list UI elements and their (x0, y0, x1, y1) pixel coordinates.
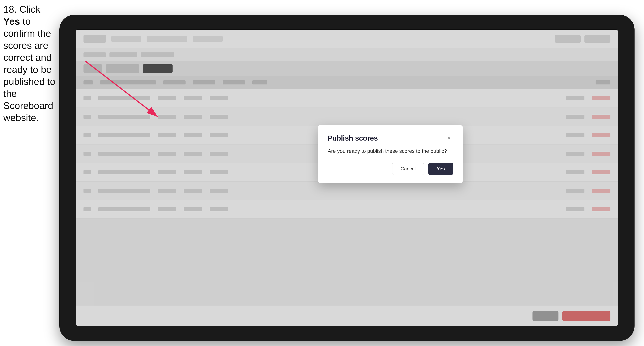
modal-overlay: Publish scores × Are you ready to publis… (76, 30, 618, 326)
tablet-device: Publish scores × Are you ready to publis… (59, 15, 634, 341)
modal-footer: Cancel Yes (328, 163, 453, 175)
instruction-number: 18. (3, 4, 17, 15)
modal-close-button[interactable]: × (445, 134, 453, 142)
cancel-button[interactable]: Cancel (392, 163, 424, 175)
publish-scores-modal: Publish scores × Are you ready to publis… (318, 125, 463, 183)
instruction-text: 18. Click Yes to confirm the scores are … (3, 3, 57, 124)
tablet-screen: Publish scores × Are you ready to publis… (76, 30, 618, 326)
instruction-bold: Yes (3, 16, 20, 27)
modal-question-text: Are you ready to publish these scores to… (328, 148, 453, 155)
modal-body: Are you ready to publish these scores to… (328, 148, 453, 155)
modal-header: Publish scores × (328, 134, 453, 142)
modal-title: Publish scores (328, 134, 378, 142)
yes-button[interactable]: Yes (428, 163, 453, 175)
